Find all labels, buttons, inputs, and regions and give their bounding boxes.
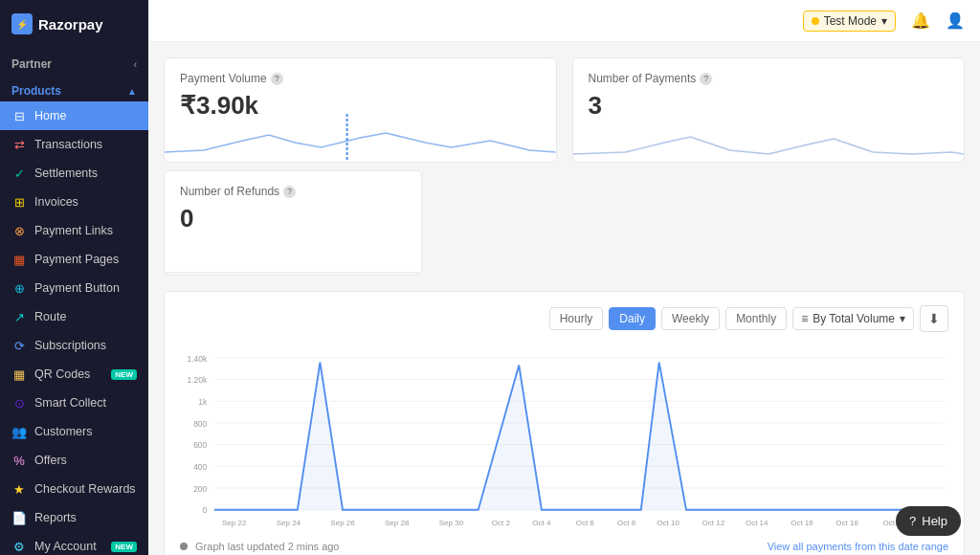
sidebar-label-reports: Reports bbox=[34, 511, 77, 524]
user-avatar-icon[interactable]: 👤 bbox=[946, 11, 965, 30]
sidebar-label-payment-pages: Payment Pages bbox=[34, 253, 119, 266]
sidebar-icon-settlements: ✓ bbox=[11, 166, 27, 181]
sidebar-icon-reports: 📄 bbox=[11, 510, 27, 525]
payment-volume-card: Payment Volume ? ₹3.90k bbox=[164, 57, 557, 163]
num-payments-label: Number of Payments ? bbox=[589, 72, 949, 85]
sidebar-item-invoices[interactable]: ⊞Invoices bbox=[0, 188, 148, 216]
sidebar-item-reports[interactable]: 📄Reports bbox=[0, 503, 148, 532]
svg-text:Oct 6: Oct 6 bbox=[576, 519, 595, 527]
refunds-row: Number of Refunds ? 0 bbox=[164, 170, 965, 276]
svg-text:800: 800 bbox=[193, 419, 207, 429]
partner-collapse-icon: ‹ bbox=[134, 59, 137, 70]
sidebar-item-transactions[interactable]: ⇄Transactions bbox=[0, 130, 148, 159]
sidebar-label-transactions: Transactions bbox=[34, 138, 102, 151]
logo-text: Razorpay bbox=[38, 16, 103, 33]
help-button[interactable]: ? Help bbox=[896, 506, 961, 536]
sidebar-icon-invoices: ⊞ bbox=[11, 194, 27, 210]
sidebar-item-customers[interactable]: 👥Customers bbox=[0, 417, 148, 446]
content-area: Payment Volume ? ₹3.90k Number of Paymen… bbox=[148, 42, 980, 555]
metric-cards-row: Payment Volume ? ₹3.90k Number of Paymen… bbox=[164, 57, 965, 163]
sidebar-icon-payment-button: ⊕ bbox=[11, 280, 27, 296]
sidebar-item-settlements[interactable]: ✓Settlements bbox=[0, 159, 148, 188]
graph-dot-icon bbox=[180, 543, 188, 550]
sidebar-label-offers: Offers bbox=[34, 454, 67, 467]
num-refunds-info-icon[interactable]: ? bbox=[283, 186, 296, 198]
tab-weekly[interactable]: Weekly bbox=[661, 307, 720, 330]
sidebar-item-smart-collect[interactable]: ⊙Smart Collect bbox=[0, 388, 148, 417]
sidebar: ⚡ Razorpay Partner ‹ Products ▲ ⊟Home⇄Tr… bbox=[0, 0, 148, 555]
num-payments-sparkline bbox=[573, 114, 965, 162]
partner-label: Partner bbox=[11, 57, 52, 71]
view-all-payments-link[interactable]: View all payments from this date range bbox=[768, 541, 948, 552]
sidebar-item-payment-button[interactable]: ⊕Payment Button bbox=[0, 274, 148, 302]
svg-text:Oct 10: Oct 10 bbox=[657, 519, 679, 527]
partner-section[interactable]: Partner ‹ bbox=[0, 48, 148, 77]
sidebar-label-smart-collect: Smart Collect bbox=[34, 396, 106, 410]
sidebar-label-payment-links: Payment Links bbox=[34, 224, 113, 237]
num-payments-card: Number of Payments ? 3 bbox=[572, 57, 966, 163]
bell-icon[interactable]: 🔔 bbox=[911, 11, 930, 30]
sidebar-item-route[interactable]: ↗Route bbox=[0, 302, 148, 331]
chart-filter-dropdown[interactable]: ≡ By Total Volume ▾ bbox=[792, 307, 914, 330]
filter-chevron-icon: ▾ bbox=[900, 312, 905, 325]
sidebar-item-payment-pages[interactable]: ▦Payment Pages bbox=[0, 245, 148, 274]
num-payments-info-icon[interactable]: ? bbox=[700, 73, 712, 85]
chart-svg-area: 1.40k 1.20k 1k 800 600 400 200 0 bbox=[180, 344, 948, 535]
main-content: Test Mode ▾ 🔔 👤 Payment Volume ? ₹3.90k bbox=[148, 0, 980, 555]
sidebar-item-subscriptions[interactable]: ⟳Subscriptions bbox=[0, 331, 148, 360]
test-mode-button[interactable]: Test Mode ▾ bbox=[803, 11, 896, 32]
sidebar-label-route: Route bbox=[34, 310, 66, 323]
svg-text:1.40k: 1.40k bbox=[188, 354, 209, 364]
svg-text:Oct 18: Oct 18 bbox=[835, 519, 858, 527]
svg-text:Oct 4: Oct 4 bbox=[532, 519, 551, 527]
payment-volume-info-icon[interactable]: ? bbox=[271, 73, 283, 85]
logo-icon: ⚡ bbox=[11, 13, 33, 34]
sidebar-label-checkout-rewards: Checkout Rewards bbox=[34, 482, 136, 496]
svg-text:0: 0 bbox=[203, 505, 208, 515]
sidebar-label-home: Home bbox=[34, 109, 66, 122]
sidebar-label-qr-codes: QR Codes bbox=[34, 367, 90, 381]
svg-text:400: 400 bbox=[193, 462, 207, 472]
download-button[interactable]: ⬇ bbox=[920, 305, 948, 332]
sidebar-item-home[interactable]: ⊟Home bbox=[0, 101, 148, 130]
chart-toolbar: Hourly Daily Weekly Monthly ≡ By Total V… bbox=[180, 305, 948, 332]
filter-icon: ≡ bbox=[801, 312, 808, 325]
sidebar-item-payment-links[interactable]: ⊗Payment Links bbox=[0, 216, 148, 245]
tab-daily[interactable]: Daily bbox=[609, 307, 656, 330]
sidebar-icon-my-account: ⚙ bbox=[11, 539, 27, 554]
payment-volume-sparkline bbox=[165, 114, 556, 162]
chart-footer: Graph last updated 2 mins ago View all p… bbox=[180, 541, 948, 552]
test-mode-label: Test Mode bbox=[824, 14, 877, 28]
sidebar-label-payment-button: Payment Button bbox=[34, 281, 120, 295]
sidebar-item-qr-codes[interactable]: ▦QR CodesNEW bbox=[0, 360, 148, 388]
sidebar-icon-offers: % bbox=[11, 453, 27, 468]
products-collapse-icon: ▲ bbox=[127, 86, 137, 97]
svg-text:Oct 2: Oct 2 bbox=[492, 519, 511, 527]
sidebar-icon-payment-links: ⊗ bbox=[11, 223, 27, 238]
main-chart-container: Hourly Daily Weekly Monthly ≡ By Total V… bbox=[164, 291, 965, 555]
tab-monthly[interactable]: Monthly bbox=[725, 307, 787, 330]
topbar: Test Mode ▾ 🔔 👤 bbox=[148, 0, 980, 42]
sidebar-label-customers: Customers bbox=[34, 425, 92, 438]
test-mode-chevron-icon: ▾ bbox=[881, 14, 887, 28]
tab-hourly[interactable]: Hourly bbox=[549, 307, 604, 330]
filter-label: By Total Volume bbox=[813, 312, 895, 325]
sidebar-label-my-account: My Account bbox=[34, 540, 97, 553]
products-label: Products bbox=[11, 84, 61, 98]
sidebar-label-settlements: Settlements bbox=[34, 166, 98, 180]
svg-text:Sep 30: Sep 30 bbox=[439, 519, 464, 527]
num-refunds-card: Number of Refunds ? 0 bbox=[164, 170, 422, 276]
refunds-spacer bbox=[437, 170, 965, 276]
products-header: Products ▲ bbox=[0, 77, 148, 101]
svg-text:1k: 1k bbox=[198, 397, 208, 407]
help-question-icon: ? bbox=[909, 514, 916, 528]
payment-volume-label: Payment Volume ? bbox=[180, 72, 541, 85]
svg-text:Oct 8: Oct 8 bbox=[617, 519, 636, 527]
sidebar-item-checkout-rewards[interactable]: ★Checkout Rewards bbox=[0, 475, 148, 503]
graph-update-text: Graph last updated 2 mins ago bbox=[180, 541, 340, 552]
svg-text:1.20k: 1.20k bbox=[188, 375, 209, 385]
sidebar-item-my-account[interactable]: ⚙My AccountNEW bbox=[0, 532, 148, 555]
logo-area: ⚡ Razorpay bbox=[0, 0, 148, 48]
sidebar-icon-transactions: ⇄ bbox=[11, 137, 27, 152]
sidebar-item-offers[interactable]: %Offers bbox=[0, 446, 148, 475]
